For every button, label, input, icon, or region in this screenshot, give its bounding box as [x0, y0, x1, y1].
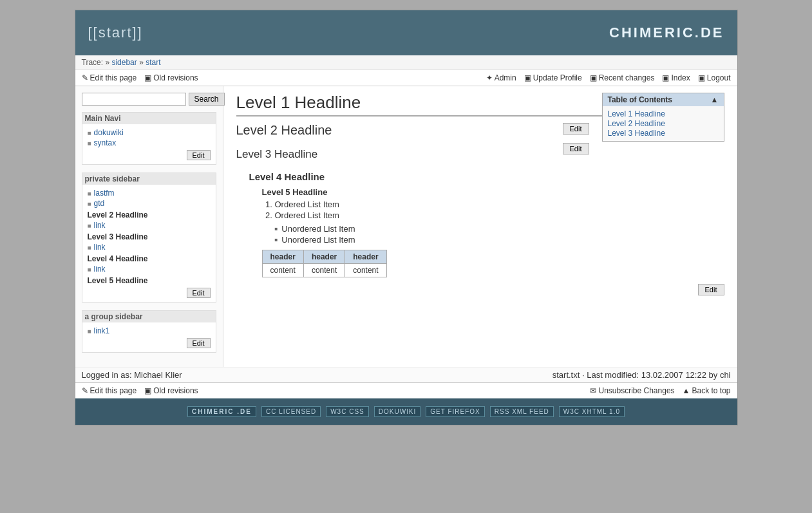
table-header: header [303, 250, 345, 264]
bottom-toolbar: ✎ Edit this page ▣ Old revisions ✉ Unsub… [75, 382, 737, 398]
unordered-list: Unordered List Item Unordered List Item [275, 224, 724, 245]
admin-icon: ✦ [486, 73, 493, 82]
search-input[interactable] [82, 93, 186, 106]
revisions-icon-bottom: ▣ [144, 386, 151, 395]
breadcrumb-start[interactable]: start [146, 58, 160, 67]
css-badge: W3C CSS [326, 406, 369, 417]
group-sidebar-edit-btn[interactable]: Edit [187, 338, 211, 348]
site-name: CHIMERIC.DE [609, 24, 724, 41]
group-link1[interactable]: link1 [94, 326, 110, 335]
table-cell: content [303, 264, 345, 277]
admin-btn[interactable]: ✦ Admin [486, 73, 516, 82]
content-h3-edit-btn[interactable]: Edit [563, 143, 589, 154]
list-item: Ordered List Item [275, 200, 724, 209]
list-item: Unordered List Item [275, 235, 724, 245]
private-h2: Level 2 Headline [88, 210, 211, 219]
page-info: start.txt · Last modified: 13.02.2007 12… [552, 370, 731, 380]
bullet-icon: ■ [88, 244, 91, 251]
logged-in-status: Logged in as: Michael Klier [82, 370, 182, 380]
toc-item-h3[interactable]: Level 3 Headline [608, 129, 719, 138]
syntax-link[interactable]: syntax [94, 138, 117, 147]
private-h4: Level 4 Headline [88, 254, 211, 263]
toc-item-h1[interactable]: Level 1 Headline [608, 109, 719, 118]
edit-icon-bottom: ✎ [82, 386, 88, 395]
firefox-badge: GET FIREFOX [426, 406, 485, 417]
list-item: Ordered List Item [275, 210, 724, 220]
bullet-icon: ■ [88, 328, 91, 335]
sidebar-section-main-navi: Main Navi ■ dokuwiki ■ syntax Edit [82, 112, 216, 165]
main-navi-edit-btn[interactable]: Edit [187, 150, 211, 160]
private-h4-link[interactable]: link [94, 265, 106, 274]
table-cell: content [262, 264, 303, 277]
recent-changes-icon: ▣ [590, 73, 597, 82]
breadcrumb-label: Trace: [82, 58, 106, 67]
search-button[interactable]: Search [189, 93, 225, 106]
edit-icon-top: ✎ [82, 73, 88, 82]
private-sidebar-title: private sidebar [82, 173, 216, 185]
sidebar-link-dokuwiki: ■ dokuwiki [88, 128, 211, 137]
back-to-top-icon: ▲ [683, 386, 690, 395]
sidebar-section-group: a group sidebar ■ link1 Edit [82, 310, 216, 353]
content: Table of Contents ▲ Level 1 Headline Lev… [223, 86, 737, 367]
dokuwiki-badge: DOKUWIKI [374, 406, 421, 417]
search-bar: Search [82, 93, 216, 106]
profile-icon: ▣ [524, 73, 531, 82]
table-header: header [345, 250, 386, 264]
private-h3-link[interactable]: link [94, 243, 106, 252]
lastfm-link[interactable]: lastfm [94, 189, 115, 198]
private-h2-link[interactable]: link [94, 221, 106, 230]
toc-toggle-icon: ▲ [711, 95, 719, 104]
content-h3: Level 3 Headline [236, 148, 318, 161]
rss-badge: RSS XML FEED [490, 406, 554, 417]
bullet-icon: ■ [88, 140, 91, 147]
table-header: header [262, 250, 303, 264]
content-h4: Level 4 Headline [249, 171, 724, 182]
edit-this-page-top-btn[interactable]: ✎ Edit this page [82, 73, 137, 82]
private-sidebar-edit-btn[interactable]: Edit [187, 288, 211, 298]
content-table: header header header content content con… [262, 250, 387, 277]
content-h2-edit-btn[interactable]: Edit [563, 123, 589, 135]
gtd-link[interactable]: gtd [94, 199, 105, 208]
toc-item-h2[interactable]: Level 2 Headline [608, 119, 719, 128]
sidebar-link-lastfm: ■ lastfm [88, 189, 211, 198]
sidebar-link-h3-link: ■ link [88, 243, 211, 252]
bullet-icon: ■ [88, 129, 91, 136]
sidebar-link-syntax: ■ syntax [88, 138, 211, 147]
dokuwiki-link[interactable]: dokuwiki [94, 128, 124, 137]
main-navi-title: Main Navi [82, 113, 216, 124]
footer: CHIMERIC .DE CC LICENSED W3C CSS DOKUWIK… [75, 398, 737, 425]
unsubscribe-btn[interactable]: ✉ Unsubscribe Changes [590, 386, 674, 395]
site-title: [[start]] [88, 24, 143, 41]
unsubscribe-icon: ✉ [590, 386, 596, 395]
content-h5: Level 5 Headline [262, 187, 724, 197]
content-bottom-edit-btn[interactable]: Edit [698, 284, 724, 295]
old-revisions-bottom-btn[interactable]: ▣ Old revisions [144, 386, 198, 395]
toc-header[interactable]: Table of Contents ▲ [603, 93, 724, 106]
sidebar-link-gtd: ■ gtd [88, 199, 211, 208]
index-icon: ▣ [662, 73, 669, 82]
breadcrumb: Trace: » sidebar » start [75, 55, 737, 70]
cc-badge: CC LICENSED [261, 406, 321, 417]
index-btn[interactable]: ▣ Index [662, 73, 690, 82]
content-h2-row: Level 2 Headline Edit [236, 123, 589, 138]
xhtml-badge: W3C XHTML 1.0 [559, 406, 625, 417]
update-profile-btn[interactable]: ▣ Update Profile [524, 73, 582, 82]
sidebar-section-private: private sidebar ■ lastfm ■ gtd Level 2 H… [82, 173, 216, 303]
bullet-icon: ■ [88, 200, 91, 207]
bottom-info-row: Logged in as: Michael Klier start.txt · … [75, 367, 737, 382]
breadcrumb-sidebar[interactable]: sidebar [111, 58, 137, 67]
old-revisions-top-btn[interactable]: ▣ Old revisions [144, 73, 198, 82]
private-h3: Level 3 Headline [88, 232, 211, 241]
recent-changes-btn[interactable]: ▣ Recent changes [590, 73, 655, 82]
top-toolbar: ✎ Edit this page ▣ Old revisions ✦ Admin… [75, 70, 737, 86]
table-cell: content [345, 264, 386, 277]
bullet-icon: ■ [88, 222, 91, 229]
back-to-top-btn[interactable]: ▲ Back to top [683, 386, 731, 395]
breadcrumb-sep: » [105, 58, 111, 67]
content-h2: Level 2 Headline [236, 123, 332, 138]
sidebar-link-link1: ■ link1 [88, 326, 211, 335]
edit-this-page-bottom-btn[interactable]: ✎ Edit this page [82, 386, 137, 395]
private-h5: Level 5 Headline [88, 276, 211, 285]
table-of-contents: Table of Contents ▲ Level 1 Headline Lev… [602, 93, 724, 142]
logout-btn[interactable]: ▣ Logout [698, 73, 731, 82]
